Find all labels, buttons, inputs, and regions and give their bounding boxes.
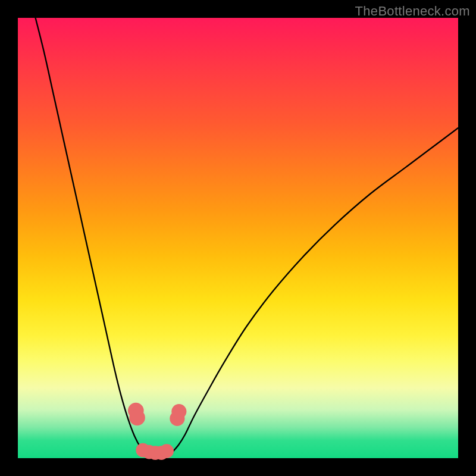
watermark-text: TheBottleneck.com <box>355 4 470 19</box>
curve-left-curve <box>36 18 150 456</box>
data-marker <box>129 410 145 426</box>
curve-right-curve <box>168 128 458 456</box>
plot-area <box>18 18 458 458</box>
markers-group <box>128 403 186 460</box>
data-marker <box>159 444 174 458</box>
data-marker <box>171 404 186 419</box>
curves-group <box>36 18 458 456</box>
chart-frame: TheBottleneck.com <box>0 0 476 476</box>
chart-svg <box>18 18 458 458</box>
